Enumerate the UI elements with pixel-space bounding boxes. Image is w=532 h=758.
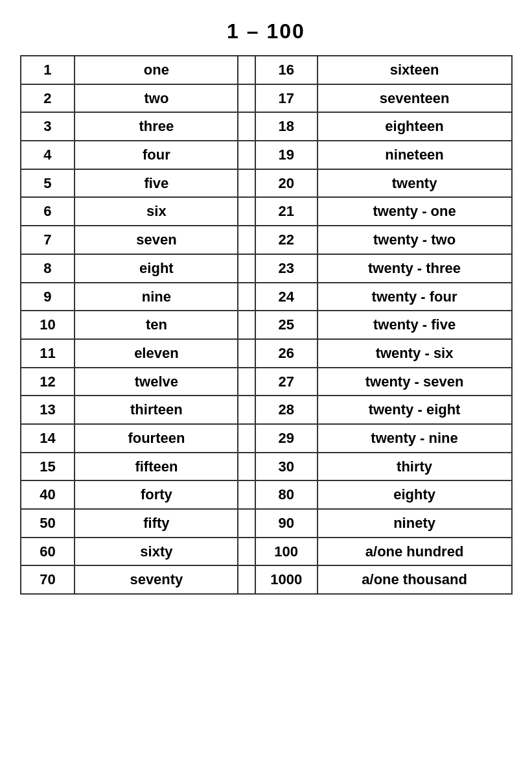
number-right: 26 [255,339,318,368]
table-row: 4 four 19 nineteen [21,141,512,169]
number-left: 2 [21,84,75,113]
table-row: 15 fifteen 30 thirty [21,453,512,481]
table-row: 9 nine 24 twenty - four [21,283,512,311]
table-row: 10 ten 25 twenty - five [21,311,512,339]
number-right: 17 [255,84,318,113]
word-right: thirty [318,453,512,481]
number-right: 27 [255,368,318,396]
table-row: 14 fourteen 29 twenty - nine [21,424,512,453]
number-left: 3 [21,112,75,141]
number-left: 11 [21,339,75,368]
word-right: nineteen [318,141,512,169]
word-right: twenty - two [318,226,512,254]
table-row: 70 seventy 1000 a/one thousand [21,565,512,594]
number-left: 12 [21,368,75,396]
table-row: 5 five 20 twenty [21,169,512,198]
divider [238,538,255,566]
number-left: 8 [21,254,75,283]
number-right: 16 [255,56,318,84]
divider [238,254,255,283]
table-row: 11 eleven 26 twenty - six [21,339,512,368]
word-left: fifty [75,509,238,538]
divider [238,283,255,311]
number-right: 80 [255,480,318,509]
divider [238,141,255,169]
number-right: 22 [255,226,318,254]
word-left: seven [75,226,238,254]
word-left: fifteen [75,453,238,481]
divider [238,169,255,198]
number-right: 18 [255,112,318,141]
word-left: nine [75,283,238,311]
word-left: one [75,56,238,84]
word-left: seventy [75,565,238,594]
divider [238,509,255,538]
word-left: three [75,112,238,141]
number-right: 29 [255,424,318,453]
number-right: 100 [255,538,318,566]
word-right: twenty - six [318,339,512,368]
word-left: four [75,141,238,169]
word-right: twenty - three [318,254,512,283]
divider [238,339,255,368]
number-left: 50 [21,509,75,538]
number-right: 90 [255,509,318,538]
number-left: 70 [21,565,75,594]
word-right: eighty [318,480,512,509]
number-left: 14 [21,424,75,453]
word-left: eleven [75,339,238,368]
number-right: 25 [255,311,318,339]
number-left: 60 [21,538,75,566]
divider [238,226,255,254]
divider [238,396,255,424]
word-left: ten [75,311,238,339]
word-right: ninety [318,509,512,538]
number-right: 1000 [255,565,318,594]
word-right: seventeen [318,84,512,113]
word-left: five [75,169,238,198]
word-left: two [75,84,238,113]
word-right: a/one hundred [318,538,512,566]
word-left: fourteen [75,424,238,453]
word-left: sixty [75,538,238,566]
divider [238,424,255,453]
divider [238,84,255,113]
word-left: eight [75,254,238,283]
word-right: a/one thousand [318,565,512,594]
table-row: 3 three 18 eighteen [21,112,512,141]
table-row: 2 two 17 seventeen [21,84,512,113]
table-row: 6 six 21 twenty - one [21,197,512,226]
word-right: twenty - nine [318,424,512,453]
divider [238,311,255,339]
word-left: six [75,197,238,226]
divider [238,197,255,226]
table-row: 7 seven 22 twenty - two [21,226,512,254]
number-right: 28 [255,396,318,424]
divider [238,56,255,84]
divider [238,480,255,509]
table-row: 50 fifty 90 ninety [21,509,512,538]
number-right: 23 [255,254,318,283]
divider [238,565,255,594]
divider [238,368,255,396]
number-left: 9 [21,283,75,311]
page-title: 1 – 100 [227,19,305,43]
table-row: 60 sixty 100 a/one hundred [21,538,512,566]
word-left: thirteen [75,396,238,424]
number-left: 40 [21,480,75,509]
number-left: 1 [21,56,75,84]
number-right: 30 [255,453,318,481]
table-row: 40 forty 80 eighty [21,480,512,509]
word-right: sixteen [318,56,512,84]
table-row: 13 thirteen 28 twenty - eight [21,396,512,424]
numbers-table: 1 one 16 sixteen 2 two 17 seventeen 3 th… [20,55,513,595]
number-left: 10 [21,311,75,339]
table-row: 1 one 16 sixteen [21,56,512,84]
divider [238,112,255,141]
number-right: 24 [255,283,318,311]
word-left: forty [75,480,238,509]
word-right: twenty - one [318,197,512,226]
word-right: eighteen [318,112,512,141]
number-right: 21 [255,197,318,226]
table-row: 8 eight 23 twenty - three [21,254,512,283]
